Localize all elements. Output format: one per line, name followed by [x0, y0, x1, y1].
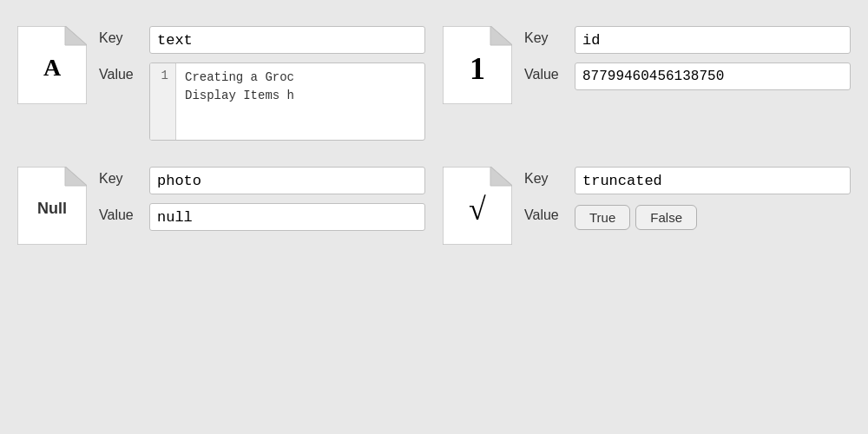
id-value-label: Value: [524, 62, 566, 82]
text-key-input[interactable]: text: [149, 26, 425, 54]
photo-key-row: Key photo: [99, 167, 425, 194]
id-value-input[interactable]: 87799460456138750: [575, 62, 851, 90]
truncated-card-fields: Key truncated Value True False: [524, 167, 851, 230]
id-card-fields: Key id Value 87799460456138750: [524, 26, 851, 90]
photo-value-row: Value null: [99, 203, 425, 231]
truncated-false-button[interactable]: False: [635, 205, 697, 230]
photo-value-input[interactable]: null: [149, 203, 425, 231]
text-value-textarea[interactable]: 1 Creating a GrocDisplay Items h: [149, 62, 425, 141]
svg-marker-3: [490, 26, 512, 45]
truncated-value-row: Value True False: [524, 203, 851, 230]
id-card: 1 Key id Value 87799460456138750: [443, 26, 851, 141]
text-line-number: 1: [150, 63, 176, 140]
truncated-key-input[interactable]: truncated: [575, 167, 851, 194]
text-key-label: Key: [99, 26, 141, 46]
id-value-row: Value 87799460456138750: [524, 62, 851, 90]
photo-key-label: Key: [99, 167, 141, 187]
text-value-label: Value: [99, 62, 141, 82]
truncated-doc-icon: √: [443, 167, 512, 245]
main-grid: A Key text Value 1 Creating a GrocDispla…: [17, 26, 851, 245]
truncated-key-row: Key truncated: [524, 167, 851, 194]
photo-value-label: Value: [99, 203, 141, 223]
text-doc-icon: A: [17, 26, 87, 104]
id-key-label: Key: [524, 26, 566, 46]
truncated-key-label: Key: [524, 167, 566, 187]
text-card: A Key text Value 1 Creating a GrocDispla…: [17, 26, 425, 141]
text-card-fields: Key text Value 1 Creating a GrocDisplay …: [99, 26, 425, 141]
photo-card: Null Key photo Value null: [17, 167, 425, 245]
id-key-row: Key id: [524, 26, 851, 54]
photo-doc-icon: Null: [17, 167, 87, 245]
svg-marker-5: [65, 167, 87, 186]
truncated-toggle-group: True False: [575, 203, 697, 230]
truncated-card: √ Key truncated Value True False: [443, 167, 851, 245]
id-key-input[interactable]: id: [575, 26, 851, 54]
id-doc-icon: 1: [443, 26, 512, 104]
svg-marker-1: [65, 26, 87, 45]
truncated-value-label: Value: [524, 203, 566, 223]
text-value-row: Value 1 Creating a GrocDisplay Items h: [99, 62, 425, 141]
text-key-row: Key text: [99, 26, 425, 54]
truncated-true-button[interactable]: True: [575, 205, 630, 230]
svg-marker-7: [490, 167, 512, 186]
text-value-content: Creating a GrocDisplay Items h: [176, 63, 424, 140]
photo-card-fields: Key photo Value null: [99, 167, 425, 231]
photo-key-input[interactable]: photo: [149, 167, 425, 194]
